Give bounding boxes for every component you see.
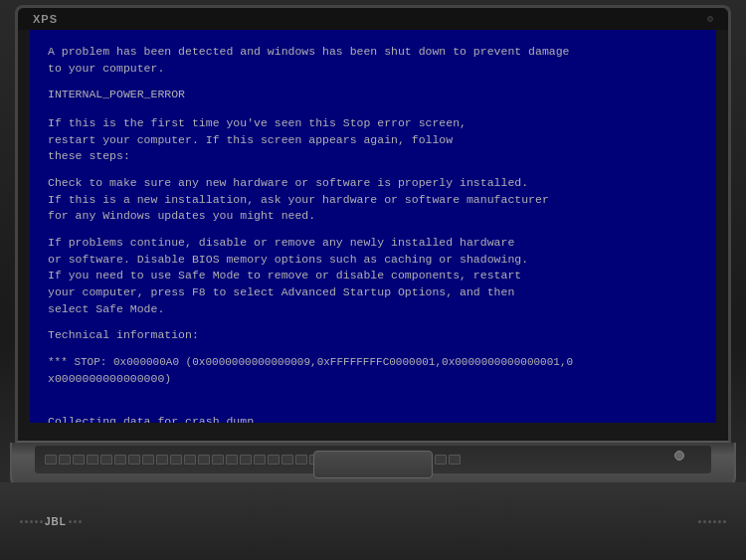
laptop-base [10, 443, 736, 487]
bsod-stop: *** STOP: 0x000000A0 (0x0000000000000009… [48, 354, 698, 388]
key [281, 455, 293, 465]
speaker-dot [30, 520, 33, 523]
key [114, 455, 126, 465]
laptop-lid: XPS A problem has been detected and wind… [15, 5, 731, 443]
key [170, 455, 182, 465]
right-speaker-grille [698, 520, 726, 523]
speaker-dot [708, 520, 711, 523]
speaker-dot [698, 520, 701, 523]
lid-top-bar: XPS [18, 8, 728, 30]
touchpad [313, 451, 433, 478]
speaker-dot [35, 520, 38, 523]
bsod-para1: If this is the first time you've seen th… [48, 115, 698, 165]
jbl-logo: JBL [45, 516, 67, 527]
bsod-screen: A problem has been detected and windows … [30, 30, 716, 423]
key [212, 455, 224, 465]
key [226, 455, 238, 465]
key [100, 455, 112, 465]
bsod-line1: A problem has been detected and windows … [48, 44, 698, 77]
speaker-dot [69, 520, 72, 523]
power-button[interactable] [674, 451, 684, 461]
bsod-tech-header: Technical information: [48, 327, 698, 344]
webcam-indicator [707, 16, 713, 22]
bottom-strip: JBL [0, 482, 746, 560]
key [198, 455, 210, 465]
key [45, 455, 57, 465]
speaker-dot [718, 520, 721, 523]
key [73, 455, 85, 465]
speaker-dot [703, 520, 706, 523]
key [142, 455, 154, 465]
speaker-dot [25, 520, 28, 523]
laptop-outer: XPS A problem has been detected and wind… [0, 0, 746, 560]
left-speaker-grille: JBL [20, 516, 82, 527]
speaker-dot [79, 520, 82, 523]
key [240, 455, 252, 465]
speaker-dot [40, 520, 43, 523]
key [184, 455, 196, 465]
key [449, 455, 461, 465]
speaker-dot [713, 520, 716, 523]
key [156, 455, 168, 465]
key [435, 455, 447, 465]
key [254, 455, 266, 465]
key [87, 455, 98, 465]
bsod-error-code: INTERNAL_POWER_ERROR [48, 87, 698, 103]
bsod-content: A problem has been detected and windows … [30, 30, 716, 423]
speaker-dot [20, 520, 23, 523]
speaker-dot [723, 520, 726, 523]
xps-logo: XPS [33, 13, 58, 25]
key [59, 455, 71, 465]
key [295, 455, 307, 465]
key [268, 455, 280, 465]
speaker-dot [74, 520, 77, 523]
bsod-collecting: Collecting data for crash dump ... [48, 414, 698, 423]
key [128, 455, 140, 465]
bsod-para3: If problems continue, disable or remove … [48, 235, 698, 317]
bsod-para2: Check to make sure any new hardware or s… [48, 175, 698, 225]
